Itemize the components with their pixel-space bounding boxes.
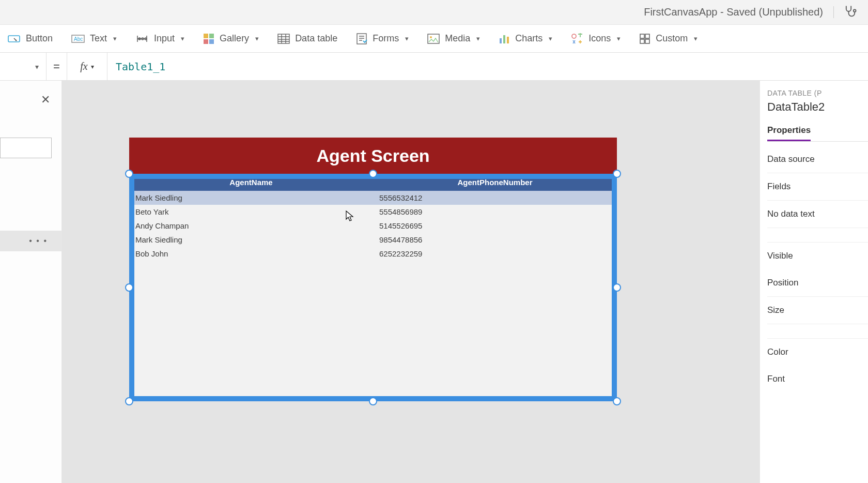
prop-font[interactable]: Font bbox=[767, 366, 868, 393]
ribbon-datatable[interactable]: Data table bbox=[275, 30, 339, 47]
resize-handle-ml[interactable] bbox=[125, 283, 133, 292]
chevron-down-icon: ▾ bbox=[91, 63, 94, 70]
equals-sign: = bbox=[47, 53, 67, 80]
cell-agentphone: 5145526695 bbox=[373, 219, 617, 233]
button-icon bbox=[7, 33, 21, 44]
table-row[interactable]: Andy Champan5145526695 bbox=[129, 219, 617, 233]
control-type-label: DATA TABLE (P bbox=[767, 89, 868, 97]
ribbon-gallery[interactable]: Gallery ▾ bbox=[201, 30, 261, 48]
column-header-agentphone[interactable]: AgentPhoneNumber bbox=[373, 174, 617, 191]
ribbon-charts-label: Charts bbox=[515, 33, 542, 44]
table-row[interactable]: Beto Yark5554856989 bbox=[129, 205, 617, 219]
text-icon: Abc bbox=[71, 34, 85, 44]
fx-label: fx bbox=[80, 61, 87, 72]
close-icon[interactable]: ✕ bbox=[41, 93, 50, 107]
resize-handle-mr[interactable] bbox=[613, 283, 621, 292]
properties-tabs: Properties bbox=[767, 121, 868, 142]
app-title: FirstCanvasApp - Saved (Unpublished) bbox=[644, 6, 834, 18]
svg-rect-17 bbox=[507, 37, 509, 43]
insert-ribbon: Button Abc Text ▾ Input ▾ Gallery ▾ Data… bbox=[0, 25, 868, 53]
svg-rect-22 bbox=[645, 39, 649, 43]
table-row[interactable]: Mark Siedling5556532412 bbox=[129, 191, 617, 205]
main-area: ✕ • • • Agent Screen AgentName AgentPhon… bbox=[0, 81, 868, 483]
title-bar: FirstCanvasApp - Saved (Unpublished) bbox=[0, 0, 868, 25]
canvas[interactable]: Agent Screen AgentName AgentPhoneNumber … bbox=[62, 81, 760, 483]
svg-rect-16 bbox=[503, 35, 505, 43]
custom-icon bbox=[639, 33, 650, 44]
cell-agentphone: 6252232259 bbox=[373, 247, 617, 261]
resize-handle-bl[interactable] bbox=[125, 397, 133, 405]
search-input[interactable] bbox=[0, 138, 52, 158]
svg-rect-13 bbox=[428, 34, 439, 43]
media-icon bbox=[427, 34, 440, 44]
chevron-down-icon: ▾ bbox=[549, 35, 552, 42]
cell-agentname: Mark Siedling bbox=[129, 191, 373, 205]
svg-text:Abc: Abc bbox=[74, 36, 83, 42]
chevron-down-icon: ▾ bbox=[617, 35, 621, 42]
resize-handle-tl[interactable] bbox=[125, 170, 133, 178]
table-row[interactable]: Mark Siedling9854478856 bbox=[129, 233, 617, 247]
svg-rect-10 bbox=[209, 39, 214, 44]
ribbon-forms[interactable]: Forms ▾ bbox=[354, 29, 411, 48]
ribbon-forms-label: Forms bbox=[373, 33, 399, 44]
ribbon-datatable-label: Data table bbox=[295, 33, 337, 44]
formula-input[interactable]: Table1_1 bbox=[107, 53, 868, 80]
ribbon-button[interactable]: Button bbox=[5, 30, 55, 48]
fx-button[interactable]: fx ▾ bbox=[67, 53, 107, 80]
property-selector[interactable]: ▾ bbox=[0, 53, 47, 80]
ribbon-media-label: Media bbox=[445, 33, 470, 44]
prop-color[interactable]: Color bbox=[767, 339, 868, 366]
resize-handle-tr[interactable] bbox=[613, 170, 621, 178]
control-name[interactable]: DataTable2 bbox=[767, 100, 868, 114]
datatable-control[interactable]: AgentName AgentPhoneNumber Mark Siedling… bbox=[129, 174, 617, 401]
ribbon-custom-label: Custom bbox=[656, 33, 688, 44]
chevron-down-icon: ▾ bbox=[405, 35, 409, 42]
prop-position[interactable]: Position bbox=[767, 269, 868, 297]
svg-rect-8 bbox=[209, 34, 214, 38]
svg-rect-15 bbox=[500, 38, 502, 43]
svg-rect-19 bbox=[640, 34, 644, 38]
ribbon-media[interactable]: Media ▾ bbox=[425, 30, 482, 47]
tab-properties[interactable]: Properties bbox=[767, 121, 811, 141]
table-row[interactable]: Bob John6252232259 bbox=[129, 247, 617, 261]
ribbon-charts[interactable]: Charts ▾ bbox=[497, 30, 554, 48]
cell-agentphone: 5554856989 bbox=[373, 205, 617, 219]
forms-icon bbox=[356, 33, 367, 45]
ribbon-icons-label: Icons bbox=[588, 33, 611, 44]
resize-handle-br[interactable] bbox=[613, 397, 621, 405]
ellipsis-icon[interactable]: • • • bbox=[29, 236, 48, 246]
chevron-down-icon: ▾ bbox=[694, 35, 698, 42]
prop-spacer bbox=[767, 324, 868, 339]
prop-no-data-text[interactable]: No data text bbox=[767, 201, 868, 228]
ribbon-text[interactable]: Abc Text ▾ bbox=[69, 30, 119, 47]
resize-handle-bc[interactable] bbox=[369, 397, 377, 405]
chevron-down-icon: ▾ bbox=[255, 35, 259, 42]
ribbon-button-label: Button bbox=[26, 33, 53, 44]
datatable[interactable]: AgentName AgentPhoneNumber Mark Siedling… bbox=[129, 174, 617, 401]
svg-rect-11 bbox=[278, 34, 289, 43]
cell-agentphone: 5556532412 bbox=[373, 191, 617, 205]
ribbon-input[interactable]: Input ▾ bbox=[133, 30, 187, 47]
column-header-agentname[interactable]: AgentName bbox=[129, 174, 373, 191]
gallery-icon bbox=[203, 33, 214, 44]
svg-rect-20 bbox=[645, 34, 649, 38]
chevron-down-icon: ▾ bbox=[113, 35, 117, 42]
ribbon-text-label: Text bbox=[90, 33, 107, 44]
ribbon-custom[interactable]: Custom ▾ bbox=[637, 30, 700, 48]
svg-point-14 bbox=[430, 36, 432, 38]
prop-visible[interactable]: Visible bbox=[767, 243, 868, 269]
ribbon-icons[interactable]: Icons ▾ bbox=[569, 30, 623, 48]
prop-data-source[interactable]: Data source bbox=[767, 146, 868, 173]
app-checker-icon[interactable] bbox=[843, 4, 858, 21]
properties-panel: DATA TABLE (P DataTable2 Properties Data… bbox=[760, 81, 868, 483]
tree-selected-item[interactable]: • • • bbox=[0, 231, 62, 251]
prop-size[interactable]: Size bbox=[767, 297, 868, 324]
icons-icon bbox=[571, 33, 583, 44]
ribbon-gallery-label: Gallery bbox=[220, 33, 249, 44]
cell-agentname: Beto Yark bbox=[129, 205, 373, 219]
screen-title: Agent Screen bbox=[129, 138, 617, 174]
ribbon-input-label: Input bbox=[154, 33, 175, 44]
resize-handle-tc[interactable] bbox=[369, 170, 377, 178]
prop-fields[interactable]: Fields bbox=[767, 173, 868, 201]
formula-bar: ▾ = fx ▾ Table1_1 bbox=[0, 53, 868, 81]
